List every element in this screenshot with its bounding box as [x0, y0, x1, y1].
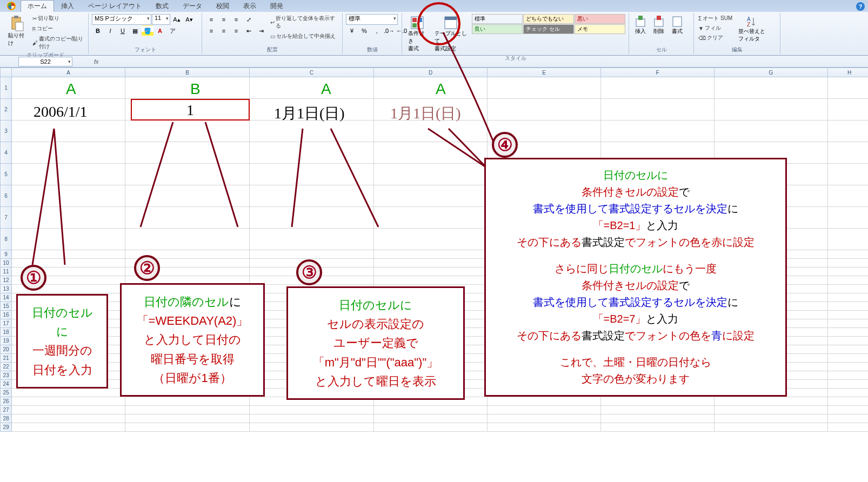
callout-3: 日付のセルに セルの表示設定の ユーザー定義で 「m"月"d"日""("aaa"… — [286, 286, 465, 400]
badge-2: ② — [134, 255, 160, 281]
callout-2: 日付の隣のセルに 「=WEEKDAY(A2)」 と入力して日付の 曜日番号を取得… — [120, 283, 265, 397]
badge-4: ④ — [492, 132, 518, 158]
badge-3: ③ — [296, 259, 322, 285]
badge-1: ① — [21, 265, 46, 291]
callout-4: 日付のセルに 条件付きセルの設定で 書式を使用して書式設定するセルを決定に 「=… — [484, 158, 787, 397]
callout-1: 日付のセルに 一週間分の 日付を入力 — [16, 294, 108, 389]
